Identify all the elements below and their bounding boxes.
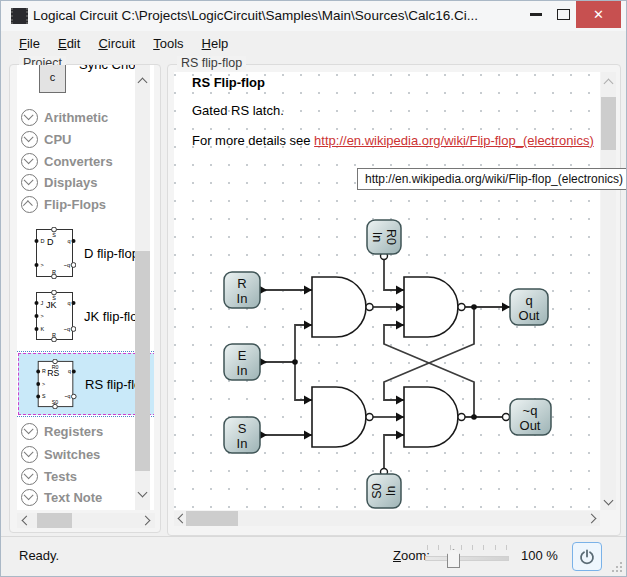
scroll-down-icon[interactable] bbox=[604, 496, 614, 506]
d-flip-flop-symbol: S R D > q ~q D bbox=[34, 227, 76, 279]
input-block-r0[interactable]: R0 In bbox=[367, 220, 401, 254]
svg-text:>: > bbox=[41, 313, 44, 319]
chevron-down-circle-icon[interactable] bbox=[21, 423, 38, 440]
doc-subtitle: Gated RS latch. bbox=[192, 103, 284, 118]
scrollbar-thumb[interactable] bbox=[601, 97, 616, 150]
menu-circuit[interactable]: Circuit bbox=[90, 34, 143, 53]
output-block-not-q[interactable]: ~q Out bbox=[510, 399, 551, 435]
window-title: Logical Circuit C:\Projects\LogicCircuit… bbox=[33, 8, 478, 23]
svg-text:q: q bbox=[525, 293, 532, 308]
sync-choc-label[interactable]: Sync Choc bbox=[79, 65, 142, 72]
maximize-button[interactable] bbox=[557, 9, 570, 20]
sidebar-horizontal-scrollbar[interactable] bbox=[17, 513, 155, 528]
nand-gate-1[interactable] bbox=[312, 277, 366, 337]
svg-text:S: S bbox=[42, 393, 46, 399]
wikipedia-link[interactable]: http://en.wikipedia.org/wiki/Flip-flop_(… bbox=[314, 133, 594, 148]
tree-item-label: D flip-flop bbox=[84, 246, 139, 261]
sidebar-item-tests[interactable]: Tests bbox=[21, 468, 77, 485]
minimize-button[interactable] bbox=[530, 13, 542, 16]
sidebar-item-arithmetic[interactable]: Arithmetic bbox=[21, 109, 108, 126]
slider-thumb[interactable] bbox=[447, 549, 460, 568]
svg-text:q: q bbox=[67, 238, 70, 244]
close-button[interactable]: ✕ bbox=[576, 1, 621, 28]
sidebar-item-converters[interactable]: Converters bbox=[21, 153, 113, 170]
menu-file[interactable]: File bbox=[11, 34, 48, 53]
scrollbar-thumb[interactable] bbox=[135, 251, 150, 471]
svg-text:R: R bbox=[52, 332, 56, 338]
svg-text:R: R bbox=[42, 368, 46, 374]
slider-track[interactable] bbox=[425, 556, 509, 561]
chevron-up-circle-icon[interactable] bbox=[21, 196, 38, 213]
scrollbar-thumb[interactable] bbox=[37, 513, 72, 528]
sidebar-item-text-note[interactable]: Text Note bbox=[21, 489, 102, 506]
chevron-down-circle-icon[interactable] bbox=[21, 468, 38, 485]
menu-edit[interactable]: Edit bbox=[50, 34, 88, 53]
project-panel: Project c Sync Choc Arithmetic CPU Conve… bbox=[9, 64, 161, 533]
svg-text:In: In bbox=[237, 363, 248, 378]
canvas-vertical-scrollbar[interactable] bbox=[601, 72, 616, 510]
title-bar[interactable]: Logical Circuit C:\Projects\LogicCircuit… bbox=[1, 1, 626, 31]
circuit-panel-label: RS flip-flop bbox=[177, 56, 246, 70]
scrollbar-thumb[interactable] bbox=[186, 511, 238, 526]
tree-item-rs-flip-flop-selected[interactable]: R0 S0 R > S q ~q RS RS flip-flop bbox=[18, 353, 154, 415]
sidebar-item-registers[interactable]: Registers bbox=[21, 423, 103, 440]
chevron-down-circle-icon[interactable] bbox=[21, 174, 38, 191]
link-tooltip: http://en.wikipedia.org/wiki/Flip-flop_(… bbox=[357, 168, 627, 190]
sidebar-item-switches[interactable]: Switches bbox=[21, 446, 100, 463]
input-block-e[interactable]: E In bbox=[224, 344, 260, 380]
svg-text:~q: ~q bbox=[64, 393, 70, 399]
input-block-s0[interactable]: S0 In bbox=[367, 474, 401, 508]
menu-help[interactable]: Help bbox=[194, 34, 237, 53]
chevron-down-circle-icon[interactable] bbox=[21, 446, 38, 463]
sidebar-item-flip-flops[interactable]: Flip-Flops bbox=[21, 196, 106, 213]
input-block-s[interactable]: S In bbox=[224, 417, 260, 453]
svg-text:Out: Out bbox=[519, 308, 540, 323]
nand-gate-3[interactable] bbox=[312, 387, 366, 447]
nand-gate-2[interactable] bbox=[404, 277, 458, 337]
scroll-right-icon[interactable] bbox=[587, 514, 597, 524]
tree-item-d-flip-flop[interactable]: S R D > q ~q D D flip-flop bbox=[34, 227, 139, 279]
svg-text:Out: Out bbox=[520, 418, 541, 433]
circuit-panel: RS flip-flop RS Flip-flop Gated RS latch… bbox=[167, 64, 621, 536]
sidebar-item-displays[interactable]: Displays bbox=[21, 174, 97, 191]
svg-text:RS: RS bbox=[47, 368, 59, 378]
zoom-slider[interactable] bbox=[425, 543, 509, 569]
output-block-q[interactable]: q Out bbox=[510, 289, 548, 325]
svg-text:S0: S0 bbox=[52, 399, 59, 405]
nand-gate-4[interactable] bbox=[404, 387, 458, 447]
scroll-right-icon[interactable] bbox=[141, 516, 151, 526]
sidebar-item-cpu[interactable]: CPU bbox=[21, 131, 71, 148]
chevron-down-circle-icon[interactable] bbox=[21, 153, 38, 170]
menu-tools[interactable]: Tools bbox=[145, 34, 191, 53]
scroll-left-icon[interactable] bbox=[22, 516, 32, 526]
svg-text:~q: ~q bbox=[523, 403, 538, 418]
svg-text:In: In bbox=[384, 486, 398, 496]
doc-title: RS Flip-flop bbox=[192, 75, 265, 90]
svg-text:E: E bbox=[238, 348, 247, 363]
svg-text:JK: JK bbox=[46, 300, 57, 310]
svg-text:R: R bbox=[237, 276, 246, 291]
sync-choc-symbol[interactable]: c bbox=[39, 65, 66, 93]
circuit-canvas[interactable]: RS Flip-flop Gated RS latch. For more de… bbox=[174, 72, 600, 510]
canvas-horizontal-scrollbar[interactable] bbox=[174, 511, 600, 526]
svg-text:S: S bbox=[238, 421, 247, 436]
tree-item-jk-flip-flop[interactable]: S R J > K q ~q JK JK flip-flop bbox=[34, 290, 145, 342]
sidebar-vertical-scrollbar[interactable] bbox=[135, 65, 150, 510]
svg-text:~q: ~q bbox=[64, 262, 70, 268]
zoom-value: 100 % bbox=[521, 548, 558, 563]
scroll-down-icon[interactable] bbox=[138, 488, 148, 498]
svg-text:R: R bbox=[52, 269, 56, 275]
slider-ticks bbox=[427, 545, 507, 550]
scroll-up-icon[interactable] bbox=[138, 78, 148, 88]
scroll-up-icon[interactable] bbox=[604, 79, 614, 89]
chevron-down-circle-icon[interactable] bbox=[21, 131, 38, 148]
resize-grip[interactable] bbox=[612, 562, 622, 572]
input-block-r[interactable]: R In bbox=[224, 272, 260, 308]
chevron-down-circle-icon[interactable] bbox=[21, 109, 38, 126]
svg-text:In: In bbox=[370, 232, 384, 242]
power-icon bbox=[579, 549, 595, 565]
project-tree[interactable]: c Sync Choc Arithmetic CPU Converters Di… bbox=[17, 65, 154, 510]
svg-text:R0: R0 bbox=[384, 229, 398, 245]
chevron-down-circle-icon[interactable] bbox=[21, 489, 38, 506]
power-button[interactable] bbox=[572, 542, 602, 571]
